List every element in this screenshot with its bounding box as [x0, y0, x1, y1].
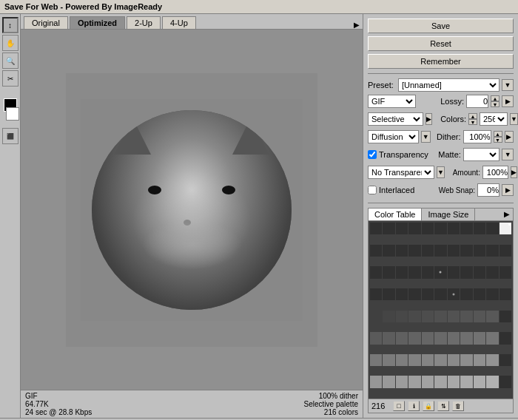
color-cell[interactable]	[448, 266, 460, 278]
interlaced-checkbox[interactable]	[368, 186, 377, 194]
tab-image-size[interactable]: Image Size	[422, 209, 475, 220]
ct-btn-2[interactable]: ℹ	[408, 401, 420, 411]
color-cell[interactable]	[448, 354, 460, 366]
color-cell[interactable]	[448, 332, 460, 344]
color-cell[interactable]	[474, 266, 485, 278]
color-cell[interactable]	[500, 354, 511, 366]
ct-btn-1[interactable]: □	[393, 401, 405, 411]
format-select[interactable]: GIF	[368, 95, 416, 108]
color-cell[interactable]	[474, 288, 485, 300]
tab-4up[interactable]: 4-Up	[162, 16, 196, 29]
no-transparency-menu[interactable]: ▼	[437, 166, 445, 178]
dither-down[interactable]: ▼	[494, 137, 502, 143]
color-cell[interactable]	[434, 245, 446, 257]
color-cell[interactable]	[422, 288, 434, 300]
ct-btn-4[interactable]: ⇅	[437, 401, 449, 411]
palette-menu[interactable]: ▶	[426, 113, 432, 125]
color-cell[interactable]	[408, 223, 420, 234]
color-cell[interactable]	[500, 245, 511, 257]
palette-select[interactable]: Selective Perceptual Adaptive Web	[368, 112, 423, 126]
color-cell[interactable]	[422, 266, 434, 278]
color-cell[interactable]	[422, 354, 434, 366]
color-cell[interactable]	[370, 376, 382, 387]
preset-select[interactable]: [Unnamed]	[398, 78, 500, 92]
colors-select[interactable]: 256 128 64	[480, 112, 508, 126]
color-cell[interactable]	[434, 354, 446, 366]
color-cell[interactable]	[408, 354, 420, 366]
color-cell[interactable]	[486, 245, 498, 257]
color-cell[interactable]	[383, 223, 394, 234]
color-cell[interactable]	[474, 223, 485, 234]
color-cell[interactable]	[408, 245, 420, 257]
tool-hand[interactable]: ✋	[2, 35, 18, 51]
color-cell[interactable]	[370, 288, 382, 300]
ct-btn-3[interactable]: 🔒	[423, 401, 434, 411]
colors-menu[interactable]: ▼	[510, 113, 518, 125]
color-cell[interactable]	[408, 288, 420, 300]
lossy-spinner[interactable]: ▲ ▼	[491, 95, 500, 107]
color-cell[interactable]	[408, 266, 420, 278]
color-cell[interactable]	[422, 245, 434, 257]
tab-optimized[interactable]: Optimized	[70, 16, 125, 29]
color-cell[interactable]	[460, 288, 472, 300]
color-cell[interactable]	[500, 223, 511, 234]
tab-2up[interactable]: 2-Up	[127, 16, 161, 29]
color-cell[interactable]	[474, 311, 485, 322]
color-cell[interactable]	[370, 245, 382, 257]
dither-select[interactable]: Diffusion Pattern Noise No Dither	[368, 130, 419, 143]
tool-extra[interactable]: ⬛	[2, 128, 18, 144]
color-cell[interactable]	[434, 311, 446, 322]
color-cell[interactable]	[408, 311, 420, 322]
dither-input[interactable]	[463, 130, 491, 143]
color-cell[interactable]	[383, 311, 394, 322]
dither-menu[interactable]: ▼	[421, 131, 431, 143]
lossy-down[interactable]: ▼	[491, 101, 500, 107]
color-cell[interactable]	[434, 288, 446, 300]
color-cell[interactable]	[383, 245, 394, 257]
lossy-input[interactable]	[466, 95, 488, 108]
matte-menu[interactable]: ▼	[502, 149, 514, 160]
color-cell[interactable]	[383, 332, 394, 344]
tool-move[interactable]: ↕	[2, 17, 18, 33]
lossy-menu[interactable]: ▶	[502, 95, 514, 107]
color-cell[interactable]	[460, 223, 472, 234]
colors-spinner[interactable]: ▲ ▼	[468, 113, 477, 125]
color-cell[interactable]	[396, 223, 408, 234]
color-cell[interactable]	[396, 288, 408, 300]
websnap-input[interactable]	[477, 183, 500, 197]
dither-spinner[interactable]: ▲ ▼	[494, 131, 502, 143]
ct-btn-5[interactable]: 🗑	[452, 401, 464, 411]
color-cell[interactable]	[486, 311, 498, 322]
color-cell[interactable]	[396, 354, 408, 366]
color-cell[interactable]	[370, 354, 382, 366]
color-cell[interactable]	[474, 354, 485, 366]
color-cell[interactable]	[370, 311, 382, 322]
transparency-checkbox[interactable]	[368, 150, 377, 159]
color-cell[interactable]	[396, 332, 408, 344]
background-color[interactable]	[6, 107, 19, 121]
color-cell[interactable]	[474, 245, 485, 257]
color-cell[interactable]	[486, 288, 498, 300]
no-transparency-select[interactable]: No Transparenc.	[368, 166, 434, 179]
colors-up[interactable]: ▲	[468, 113, 477, 119]
color-cell[interactable]	[474, 376, 485, 387]
matte-select[interactable]	[463, 148, 500, 161]
color-cell[interactable]	[434, 376, 446, 387]
color-cell[interactable]	[486, 223, 498, 234]
color-cell[interactable]	[448, 223, 460, 234]
tab-original[interactable]: Original	[24, 16, 68, 29]
reset-button[interactable]: Reset	[368, 36, 514, 51]
save-button[interactable]: Save	[368, 18, 514, 33]
color-cell[interactable]	[500, 332, 511, 344]
colors-down[interactable]: ▼	[468, 119, 477, 125]
color-cell[interactable]	[383, 288, 394, 300]
color-cell[interactable]	[396, 266, 408, 278]
tab-color-table[interactable]: Color Table	[369, 209, 422, 220]
websnap-menu[interactable]: ▶	[502, 184, 514, 196]
preset-menu-btn[interactable]: ▼	[502, 79, 514, 91]
color-cell[interactable]	[448, 288, 460, 300]
dither-up[interactable]: ▲	[494, 131, 502, 137]
color-cell[interactable]	[500, 311, 511, 322]
color-cell[interactable]	[370, 223, 382, 234]
color-cell[interactable]	[370, 332, 382, 344]
